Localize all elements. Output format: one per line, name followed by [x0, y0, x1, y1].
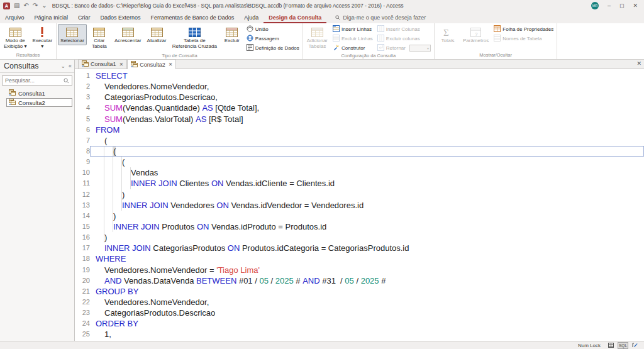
return-icon [377, 44, 384, 52]
indent [96, 135, 104, 146]
doc-tab-consulta2[interactable]: Consulta2✕ [127, 59, 176, 69]
sql-token: 2025 [275, 276, 294, 285]
menu-tab-criar[interactable]: Criar [73, 13, 96, 23]
ribbon-button-passagem[interactable]: Passagem [245, 35, 301, 43]
sql-line-4[interactable]: 4SUM(Vendas.Quantidade) AS [Qtde Total], [75, 102, 644, 113]
sql-token: WHERE [96, 254, 126, 263]
sql-line-22[interactable]: 22Vendedores.NomeVendedor, [75, 297, 644, 307]
ribbon-button-inserir-linhas[interactable]: Inserir Linhas [331, 25, 375, 33]
sql-editor[interactable]: 1SELECT2Vendedores.NomeVendedor,3Categor… [75, 69, 644, 341]
menu-tab-ferramentas-de-banco-de-dados[interactable]: Ferramentas de Banco de Dados [146, 13, 240, 23]
sql-line-7[interactable]: 7( [75, 135, 644, 146]
query-icon [9, 99, 16, 106]
sql-line-25[interactable]: 251, [75, 329, 644, 340]
ribbon-button-criar-tabela[interactable]: CriarTabela [87, 24, 111, 51]
sql-line-13[interactable]: 13INNER JOIN Vendedores ON Vendas.idVend… [75, 200, 644, 211]
sql-line-8[interactable]: 8( [75, 146, 644, 157]
close-button[interactable]: ✕ [633, 3, 638, 9]
sidebar-item-consulta1[interactable]: Consulta1 [6, 89, 72, 97]
sql-view-label: SQL [619, 343, 627, 348]
sql-token: AND [104, 276, 121, 285]
sql-line-1[interactable]: 1SELECT [75, 70, 644, 81]
ribbon-button-uniao[interactable]: União [245, 25, 301, 33]
sql-line-9[interactable]: 9( [75, 157, 644, 167]
line-number: 6 [75, 125, 90, 135]
sql-line-20[interactable]: 20AND Vendas.DataVenda BETWEEN #01 / 05 … [75, 275, 644, 286]
nav-search-box[interactable] [2, 75, 72, 86]
quick-access-toolbar: A ▤ ↶ ↷ ⌄ [0, 3, 52, 9]
ribbon-button-acrescentar[interactable]: Acrescentar [112, 24, 144, 45]
menu-tab-arquivo[interactable]: Arquivo [0, 13, 30, 23]
query-icon [82, 60, 89, 68]
minimize-button[interactable]: – [608, 3, 611, 9]
ribbon-button-label: Tabela [92, 44, 107, 50]
ribbon-button-atualizar[interactable]: Atualizar [145, 24, 169, 45]
sql-line-3[interactable]: 3CategoriasProdutos.Descricao, [75, 92, 644, 102]
sql-line-6[interactable]: 6FROM [75, 125, 644, 135]
line-number: 3 [75, 92, 90, 102]
ribbon-button-excluir[interactable]: Excluir [220, 24, 244, 45]
sql-line-21[interactable]: 21GROUP BY [75, 286, 644, 297]
ribbon-button-modo-de-exibicao[interactable]: Modo deExibição ▾ [1, 24, 29, 51]
sql-line-11[interactable]: 11INNER JOIN Clientes ON Vendas.idClient… [75, 178, 644, 189]
sidebar-item-consulta2[interactable]: Consulta2 [6, 98, 72, 107]
close-tab-icon[interactable]: ✕ [169, 62, 173, 67]
view-icon [9, 26, 21, 38]
save-icon[interactable]: ▤ [14, 3, 19, 9]
sql-line-14[interactable]: 14) [75, 211, 644, 221]
menu-tab-dados-externos[interactable]: Dados Externos [96, 13, 146, 23]
sql-line-15[interactable]: 15INNER JOIN Produtos ON Vendas.idProdut… [75, 221, 644, 232]
run-icon [40, 26, 45, 38]
account-avatar[interactable]: MR [591, 2, 599, 9]
sql-token: Produtos [160, 222, 197, 231]
sql-token: ( [104, 136, 107, 145]
sql-line-10[interactable]: 10Vendas [75, 167, 644, 178]
nav-search-input[interactable] [5, 77, 64, 84]
line-number: 13 [75, 200, 90, 211]
shutter-close-icon[interactable]: « [69, 63, 72, 69]
restore-button[interactable]: ◻ [619, 3, 624, 9]
undo-icon[interactable]: ↶ [23, 3, 28, 9]
ribbon-button-label: Referência Cruzada [172, 44, 217, 50]
tell-me-search[interactable]: Diga-me o que você deseja fazer [335, 14, 426, 23]
sql-token: GROUP BY [96, 287, 138, 296]
doc-tab-label: Consulta1 [91, 61, 116, 67]
menu-tab-pagina-inicial[interactable]: Página Inicial [30, 13, 74, 23]
close-document-icon[interactable]: ✕ [636, 60, 641, 67]
sql-line-5[interactable]: 5SUM(Vendas.ValorTotal) AS [R$ Total] [75, 114, 644, 125]
doc-tab-consulta1[interactable]: Consulta1✕ [78, 59, 127, 69]
nav-category-icon[interactable]: ⌄ [60, 63, 65, 69]
line-number: 15 [75, 221, 90, 232]
sql-line-19[interactable]: 19Vendedores.NomeVendedor = 'Tiago Lima' [75, 265, 644, 275]
indent [96, 81, 104, 92]
sql-token: CategoriasProdutos.Descricao, [104, 92, 218, 102]
sql-token: ON [197, 222, 209, 231]
menu-tab-ajuda[interactable]: Ajuda [239, 13, 264, 23]
sql-line-2[interactable]: 2Vendedores.NomeVendedor, [75, 81, 644, 92]
sql-view-button[interactable]: SQL [618, 342, 628, 349]
ribbon-button-selecionar[interactable]: Selecionar [58, 24, 87, 45]
design-view-button[interactable] [630, 342, 640, 349]
datasheet-view-button[interactable] [606, 342, 616, 349]
redo-icon[interactable]: ↷ [33, 3, 38, 9]
sql-token: Clientes [177, 179, 211, 188]
menu-tab-design-da-consulta[interactable]: Design da Consulta [264, 13, 326, 23]
ribbon-button-executar[interactable]: Executar▾ [30, 24, 55, 51]
sql-line-23[interactable]: 23CategoriasProdutos.Descricao [75, 307, 644, 318]
sql-token: Vendedores.NomeVendedor, [104, 82, 209, 91]
ribbon-button-construtor[interactable]: Construtor [331, 44, 375, 52]
customize-qat-icon[interactable]: ⌄ [42, 3, 47, 9]
ribbon-button-definicao-de-dados[interactable]: Definição de Dados [245, 44, 301, 52]
nav-pane-title[interactable]: Consultas [4, 62, 57, 70]
sql-line-24[interactable]: 24ORDER BY [75, 318, 644, 329]
sql-token: Vendas [131, 168, 158, 177]
ribbon-button-folha-de-propriedades[interactable]: Folha de Propriedades [492, 25, 555, 33]
close-tab-icon[interactable]: ✕ [119, 62, 124, 67]
ribbon-group-tipo-de-consulta: SelecionarCriarTabelaAcrescentarAtualiza… [57, 23, 303, 59]
sql-line-18[interactable]: 18WHERE [75, 253, 644, 264]
ribbon-button-tabela-de-referencia-cruzada[interactable]: Tabela deReferência Cruzada [170, 24, 219, 51]
sql-line-17[interactable]: 17INNER JOIN CategoriasProdutos ON Produ… [75, 243, 644, 253]
sql-token: / [354, 276, 361, 285]
sql-line-16[interactable]: 16) [75, 232, 644, 243]
sql-line-12[interactable]: 12) [75, 189, 644, 200]
